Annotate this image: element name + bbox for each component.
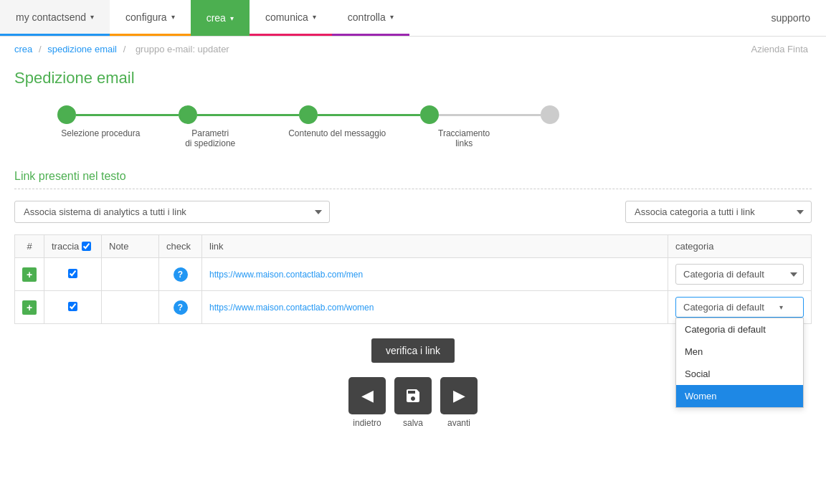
step-dot-1 [57, 105, 76, 124]
row1-check: ? [159, 258, 202, 291]
step-line-4 [439, 114, 541, 116]
nav-item-controlla[interactable]: controlla ▾ [332, 0, 409, 36]
chevron-down-icon: ▾ [313, 13, 316, 21]
nav-label: configura [125, 11, 167, 23]
analytics-dropdown[interactable]: Associa sistema di analytics a tutti i l… [14, 201, 330, 223]
link-section: Link presenti nel testo Associa sistema … [0, 163, 826, 435]
section-title: Link presenti nel testo [14, 170, 812, 189]
row2-category-trigger[interactable]: Categoria di default ▾ [675, 297, 804, 318]
step-line-3 [318, 114, 420, 116]
add-row-button[interactable]: + [22, 267, 37, 282]
verify-button[interactable]: verifica i link [371, 338, 455, 363]
check-icon[interactable]: ? [174, 267, 188, 282]
col-header-hash: # [15, 235, 44, 258]
save-button[interactable] [394, 377, 432, 414]
support-label: supporto [772, 12, 810, 24]
step-label-4: Tracciamentolinks [407, 128, 522, 148]
forward-button-group: ▶ avanti [440, 377, 478, 428]
row1-traccia-checkbox[interactable] [68, 269, 77, 278]
step-dot-3 [299, 105, 318, 124]
row2-add: + [15, 291, 44, 324]
breadcrumb-separator: / [39, 44, 42, 54]
step-line-1 [76, 114, 179, 116]
nav-support[interactable]: supporto [756, 0, 826, 36]
back-button-group: ◀ indietro [348, 377, 386, 428]
breadcrumb-separator: / [123, 44, 126, 54]
row2-category-dropdown-wrapper: Categoria di default ▾ Categoria di defa… [675, 297, 804, 318]
row1-link: https://www.maison.contactlab.com/men [202, 258, 668, 291]
forward-button-label: avanti [447, 418, 470, 428]
add-row-button[interactable]: + [22, 300, 37, 315]
row1-category-select[interactable]: Categoria di default Men Social Women [675, 264, 804, 285]
breadcrumb-right: Azienda Finta [751, 44, 809, 54]
nav-label: comunica [265, 11, 308, 23]
row1-link-url[interactable]: https://www.maison.contactlab.com/men [209, 270, 363, 280]
nav-item-my-contactsend[interactable]: my contactsend ▾ [0, 0, 110, 36]
step-dot-5 [541, 105, 559, 124]
col-header-traccia: traccia [44, 235, 102, 258]
step-dot-2 [179, 105, 197, 124]
row2-traccia [44, 291, 102, 324]
step-label-1: Selezione procedura [49, 128, 153, 148]
check-icon[interactable]: ? [174, 300, 188, 315]
row2-category-value: Categoria di default [683, 302, 764, 313]
chevron-down-icon: ▾ [90, 13, 94, 21]
links-table: # traccia Note check link categoria + [14, 234, 812, 324]
table-row: + ? https://www.maison.contactlab.com/me… [15, 258, 812, 291]
option-social[interactable]: Social [676, 363, 803, 385]
table-row: + ? https://www.maison.contactlab.com/wo… [15, 291, 812, 324]
row1-note [102, 258, 159, 291]
step-label-5 [522, 128, 579, 148]
top-navigation: my contactsend ▾ configura ▾ crea ▾ comu… [0, 0, 826, 37]
breadcrumb-current: gruppo e-mail: updater [136, 44, 229, 54]
progress-steps: Selezione procedura Parametridi spedizio… [0, 98, 826, 163]
back-button[interactable]: ◀ [348, 377, 386, 414]
step-dot-4 [420, 105, 439, 124]
nav-item-crea[interactable]: crea ▾ [191, 0, 250, 36]
row2-link: https://www.maison.contactlab.com/women [202, 291, 668, 324]
col-header-link: link [202, 235, 668, 258]
nav-item-comunica[interactable]: comunica ▾ [250, 0, 332, 36]
step-label-2: Parametridi spedizione [153, 128, 268, 148]
forward-button[interactable]: ▶ [440, 377, 478, 414]
row2-categoria: Categoria di default ▾ Categoria di defa… [668, 291, 812, 324]
chevron-down-icon: ▾ [779, 303, 783, 311]
option-women[interactable]: Women [676, 385, 803, 407]
chevron-down-icon: ▾ [230, 14, 234, 22]
dropdowns-row: Associa sistema di analytics a tutti i l… [14, 201, 812, 223]
category-all-dropdown[interactable]: Associa categoria a tutti i link [625, 201, 812, 223]
save-icon [404, 387, 422, 404]
traccia-all-checkbox[interactable] [82, 242, 91, 251]
option-default[interactable]: Categoria di default [676, 318, 803, 341]
col-header-check: check [159, 235, 202, 258]
row2-traccia-checkbox[interactable] [68, 302, 77, 311]
step-line-2 [197, 114, 300, 116]
back-button-label: indietro [353, 418, 381, 428]
save-button-label: salva [403, 418, 423, 428]
col-header-note: Note [102, 235, 159, 258]
row1-categoria: Categoria di default Men Social Women [668, 258, 812, 291]
breadcrumb-link-spedizione[interactable]: spedizione email [47, 44, 117, 54]
save-button-group: salva [394, 377, 432, 428]
row1-add: + [15, 258, 44, 291]
chevron-down-icon: ▾ [390, 13, 394, 21]
breadcrumb: Azienda Finta crea / spedizione email / … [0, 37, 826, 62]
nav-item-configura[interactable]: configura ▾ [110, 0, 191, 36]
step-label-3: Contenuto del messaggio [268, 128, 407, 148]
breadcrumb-link-crea[interactable]: crea [14, 44, 32, 54]
row2-note [102, 291, 159, 324]
col-header-categoria: categoria [668, 235, 812, 258]
nav-label: crea [206, 12, 226, 24]
nav-label: controlla [348, 11, 386, 23]
page-title: Spedizione email [0, 62, 826, 98]
option-men[interactable]: Men [676, 341, 803, 363]
row1-traccia [44, 258, 102, 291]
nav-label: my contactsend [16, 11, 86, 23]
row2-category-list: Categoria di default Men Social Women [675, 318, 804, 408]
chevron-down-icon: ▾ [171, 13, 175, 21]
row2-link-url[interactable]: https://www.maison.contactlab.com/women [209, 303, 374, 313]
row2-check: ? [159, 291, 202, 324]
